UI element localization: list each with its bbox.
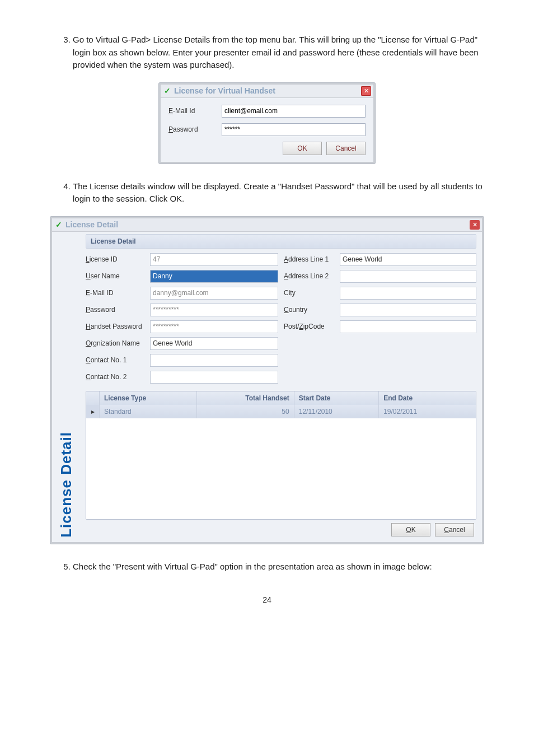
col-license-type[interactable]: License Type	[100, 391, 197, 405]
user-name-label: User Name	[86, 272, 150, 280]
dialog-title: License Detail	[65, 220, 118, 229]
table-header: License Type Total Handset Start Date En…	[86, 391, 476, 405]
cell-license-type: Standard	[100, 405, 197, 418]
col-end-date[interactable]: End Date	[379, 391, 476, 405]
close-icon[interactable]: ✕	[361, 86, 371, 96]
dialog-titlebar: ✓ License for Virtual Handset ✕	[161, 85, 373, 98]
contact2-input[interactable]	[150, 371, 278, 384]
doc-step-4: The License details window will be displ…	[73, 180, 484, 206]
country-label: Country	[284, 306, 340, 314]
email-input[interactable]	[222, 105, 366, 118]
addr2-input[interactable]	[340, 270, 476, 283]
addr1-label: Address Line 1	[284, 255, 340, 263]
license-table: License Type Total Handset Start Date En…	[86, 391, 476, 520]
doc-step-3: Go to Virtual G-Pad> License Details fro…	[73, 34, 484, 72]
org-name-label: Orgnization Name	[86, 339, 150, 347]
org-name-input[interactable]	[150, 337, 278, 350]
col-total-handset[interactable]: Total Handset	[197, 391, 294, 405]
cell-end-date: 19/02/2011	[379, 405, 476, 418]
license-virtual-handset-dialog: ✓ License for Virtual Handset ✕ EE-Mail …	[159, 83, 375, 164]
dialog-titlebar: ✓ License Detail ✕	[52, 218, 482, 232]
doc-step-5: Check the "Present with Virtual G-Pad" o…	[73, 561, 484, 573]
zip-input[interactable]	[340, 320, 476, 333]
email-label: EE-Mail Id-Mail Id	[168, 107, 222, 115]
license-detail-dialog: ✓ License Detail ✕ License Detail Licens…	[50, 217, 484, 544]
table-row[interactable]: ▸ Standard 50 12/11/2010 19/02/2011	[86, 405, 476, 418]
password-label: Password	[168, 125, 222, 133]
table-empty-area	[86, 418, 476, 519]
email-input[interactable]	[150, 287, 278, 300]
zip-label: Post/ZipCode	[284, 323, 340, 330]
license-id-label: License ID	[86, 255, 150, 263]
col-start-date[interactable]: Start Date	[294, 391, 379, 405]
cancel-button[interactable]: Cancel	[326, 142, 366, 155]
check-icon: ✓	[164, 86, 171, 95]
close-icon[interactable]: ✕	[470, 220, 480, 230]
contact1-input[interactable]	[150, 354, 278, 367]
contact2-label: Contact No. 2	[86, 373, 150, 381]
email-label: E-Mail ID	[86, 289, 150, 297]
license-id-input[interactable]	[150, 253, 278, 266]
ok-button[interactable]: OK	[283, 142, 322, 155]
check-icon: ✓	[55, 220, 62, 229]
password-input[interactable]	[222, 123, 366, 136]
row-marker-icon: ▸	[86, 405, 100, 418]
city-label: CCiity	[284, 289, 340, 297]
handset-password-input[interactable]	[150, 320, 278, 333]
addr2-label: Address Line 2	[284, 272, 340, 280]
addr1-input[interactable]	[340, 253, 476, 266]
ok-button[interactable]: OK	[391, 523, 430, 536]
cancel-button[interactable]: Cancel	[435, 523, 474, 536]
password-label: Password	[86, 306, 150, 314]
city-input[interactable]	[340, 287, 476, 300]
country-input[interactable]	[340, 304, 476, 316]
cell-total-handset: 50	[197, 405, 294, 418]
side-label: License Detail	[58, 432, 75, 538]
cell-start-date: 12/11/2010	[294, 405, 379, 418]
dialog-title: License for Virtual Handset	[174, 86, 275, 95]
password-input[interactable]	[150, 304, 278, 316]
handset-password-label: Handset Password	[86, 323, 150, 330]
user-name-input[interactable]	[150, 270, 278, 283]
section-header: License Detail	[86, 234, 476, 249]
page-number: 24	[50, 595, 484, 604]
contact1-label: Contact No. 1	[86, 356, 150, 364]
